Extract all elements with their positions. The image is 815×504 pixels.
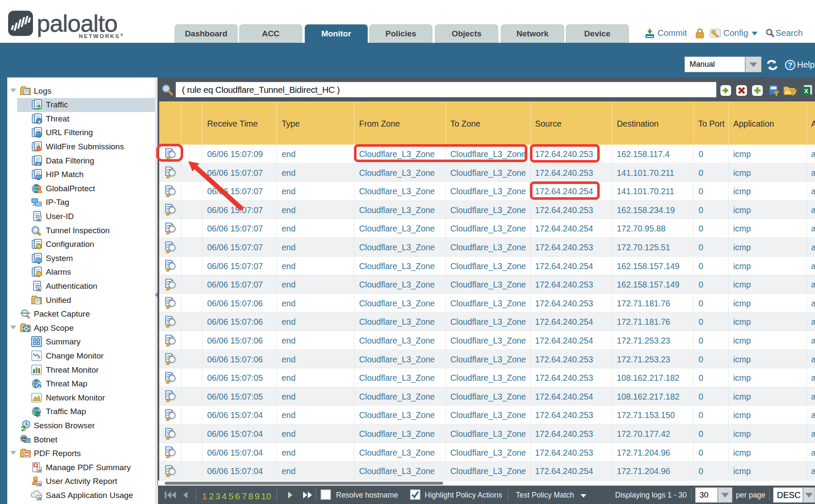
svg-text:x: x [38,119,40,124]
svg-text:?: ? [788,61,792,69]
svg-text:x: x [38,384,41,389]
svg-text:X: X [804,88,809,95]
